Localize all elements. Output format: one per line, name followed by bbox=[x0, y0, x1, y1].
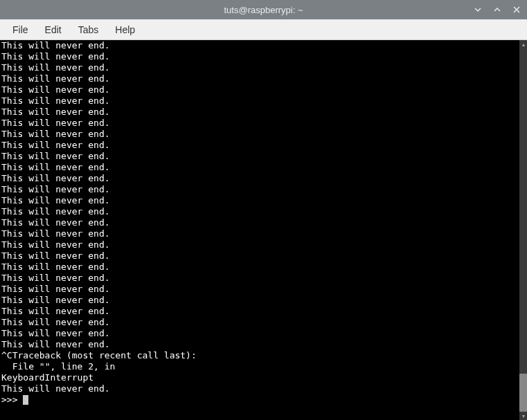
terminal-area: This will never end.This will never end.… bbox=[0, 40, 527, 420]
terminal-line: This will never end. bbox=[1, 295, 518, 306]
titlebar: tuts@raspberrypi: ~ bbox=[0, 0, 527, 19]
scroll-down-icon[interactable]: ▾ bbox=[519, 412, 527, 420]
terminal-line: This will never end. bbox=[1, 95, 518, 107]
terminal-line: This will never end. bbox=[1, 140, 518, 151]
close-icon[interactable] bbox=[512, 5, 521, 15]
menu-help[interactable]: Help bbox=[108, 21, 142, 38]
prompt-line: >>> bbox=[1, 394, 518, 405]
terminal-line: This will never end. bbox=[1, 217, 518, 228]
terminal-line: This will never end. bbox=[1, 284, 518, 295]
menu-file[interactable]: File bbox=[6, 21, 35, 38]
terminal-line: This will never end. bbox=[1, 184, 518, 195]
scrollbar[interactable]: ▴ ▾ bbox=[519, 40, 527, 420]
terminal-content[interactable]: This will never end.This will never end.… bbox=[0, 40, 519, 420]
terminal-line: This will never end. bbox=[1, 73, 518, 84]
terminal-line: This will never end. bbox=[1, 195, 518, 206]
terminal-line: This will never end. bbox=[1, 84, 518, 95]
terminal-line: This will never end. bbox=[1, 129, 518, 140]
terminal-line: This will never end. bbox=[1, 317, 518, 328]
terminal-line: This will never end. bbox=[1, 173, 518, 184]
window-controls bbox=[473, 5, 521, 15]
terminal-line: File "", line 2, in bbox=[1, 361, 518, 372]
prompt-text: >>> bbox=[1, 394, 23, 405]
menubar: File Edit Tabs Help bbox=[0, 19, 527, 40]
terminal-line: This will never end. bbox=[1, 328, 518, 339]
terminal-line: This will never end. bbox=[1, 239, 518, 250]
scrollbar-thumb[interactable] bbox=[519, 374, 527, 412]
menu-edit[interactable]: Edit bbox=[38, 21, 69, 38]
terminal-line: This will never end. bbox=[1, 206, 518, 217]
terminal-line: This will never end. bbox=[1, 107, 518, 118]
terminal-line: This will never end. bbox=[1, 306, 518, 317]
minimize-icon[interactable] bbox=[473, 5, 483, 15]
terminal-line: This will never end. bbox=[1, 228, 518, 239]
terminal-line: This will never end. bbox=[1, 273, 518, 284]
terminal-line: This will never end. bbox=[1, 383, 518, 394]
terminal-window: tuts@raspberrypi: ~ File Edit Tabs Help … bbox=[0, 0, 527, 420]
terminal-line: KeyboardInterrupt bbox=[1, 372, 518, 383]
terminal-line: This will never end. bbox=[1, 162, 518, 173]
terminal-line: This will never end. bbox=[1, 339, 518, 350]
terminal-line: This will never end. bbox=[1, 262, 518, 273]
terminal-line: This will never end. bbox=[1, 51, 518, 62]
terminal-line: This will never end. bbox=[1, 151, 518, 162]
terminal-line: This will never end. bbox=[1, 250, 518, 262]
terminal-line: This will never end. bbox=[1, 118, 518, 129]
terminal-line: ^CTraceback (most recent call last): bbox=[1, 350, 518, 361]
cursor-icon bbox=[23, 395, 28, 405]
window-title: tuts@raspberrypi: ~ bbox=[224, 5, 303, 15]
terminal-line: This will never end. bbox=[1, 40, 518, 51]
scrollbar-track[interactable] bbox=[519, 40, 527, 420]
menu-tabs[interactable]: Tabs bbox=[71, 21, 106, 38]
terminal-line: This will never end. bbox=[1, 62, 518, 73]
maximize-icon[interactable] bbox=[492, 5, 502, 15]
